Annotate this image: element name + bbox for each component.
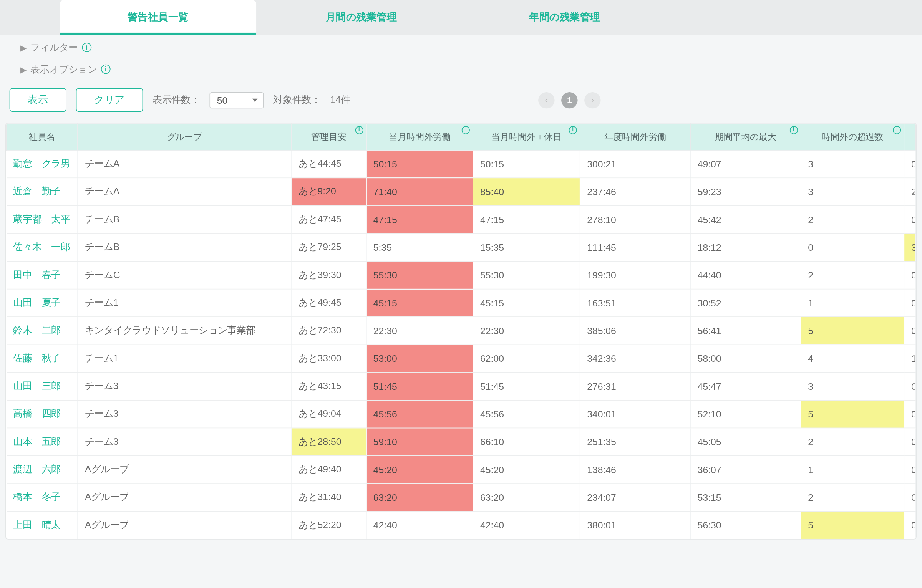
avg-cell: 59:23 [690, 178, 801, 205]
chevron-right-icon: ▶ [20, 43, 27, 53]
ext-cell: 3 [904, 234, 916, 261]
employee-overtime-table: 社員名グループ管理目安当月時間外労働当月時間外＋休日年度時間外労働期間平均の最大… [5, 123, 917, 539]
show-button[interactable]: 表示 [10, 88, 66, 112]
employee-name-cell: 山田 夏子 [7, 289, 78, 317]
ov-cell: 45:15 [366, 289, 473, 317]
employee-link[interactable]: 高橋 四郎 [13, 408, 61, 419]
employee-name-cell: 渡辺 六郎 [7, 456, 78, 484]
pager-next[interactable]: › [584, 92, 600, 108]
column-header-label: 当月時間外＋休日 [491, 131, 562, 141]
info-icon[interactable] [462, 126, 470, 134]
employee-name-cell: 佐々木 一郎 [7, 234, 78, 261]
employee-link[interactable]: 上田 晴太 [13, 519, 61, 530]
cnt-cell: 3 [801, 373, 904, 400]
employee-link[interactable]: 渡辺 六郎 [13, 464, 61, 474]
pager: ‹ 1 › [538, 92, 912, 108]
column-header-ext[interactable] [904, 124, 916, 150]
ov-cell: 53:00 [366, 345, 473, 372]
mgmt-cell: あと72:30 [292, 317, 366, 345]
group-cell: Aグループ [78, 511, 291, 538]
display-options-label: 表示オプション [30, 64, 97, 76]
info-icon[interactable] [355, 126, 363, 134]
column-header-yr[interactable]: 年度時間外労働 [580, 124, 690, 150]
per-page-value: 50 [217, 94, 227, 105]
yr-cell: 300:21 [580, 150, 690, 178]
employee-link[interactable]: 佐々木 一郎 [13, 241, 70, 252]
pager-current[interactable]: 1 [561, 92, 577, 108]
ovh-cell: 66:10 [473, 428, 580, 455]
filter-accordion[interactable]: ▶ フィルター [0, 35, 922, 57]
info-icon[interactable] [82, 43, 92, 52]
tab-warning-employees[interactable]: 警告社員一覧 [60, 0, 256, 35]
column-header-ovh[interactable]: 当月時間外＋休日 [473, 124, 580, 150]
column-header-group[interactable]: グループ [78, 124, 291, 150]
mgmt-cell: あと9:20 [292, 178, 366, 205]
employee-link[interactable]: 佐藤 秋子 [13, 353, 61, 363]
employee-link[interactable]: 鈴木 二郎 [13, 325, 61, 335]
column-header-ov[interactable]: 当月時間外労働 [366, 124, 473, 150]
ov-cell: 45:56 [366, 400, 473, 428]
yr-cell: 111:45 [580, 234, 690, 261]
employee-link[interactable]: 山田 三郎 [13, 380, 61, 391]
column-header-mgmt[interactable]: 管理目安 [292, 124, 366, 150]
mgmt-cell: あと44:45 [292, 150, 366, 178]
cnt-cell: 1 [801, 456, 904, 484]
tab-monthly-overtime[interactable]: 月間の残業管理 [263, 0, 460, 35]
table-row: 上田 晴太Aグループあと52:2042:4042:40380:0156:3050 [7, 511, 915, 538]
employee-link[interactable]: 蔵宇都 太平 [13, 214, 70, 224]
column-header-label: 管理目安 [311, 131, 347, 141]
ext-cell: 0 [904, 206, 916, 234]
cnt-cell: 3 [801, 178, 904, 205]
clear-button[interactable]: クリア [76, 88, 143, 112]
chevron-down-icon [252, 98, 257, 102]
per-page-select[interactable]: 50 [209, 92, 264, 108]
column-header-name[interactable]: 社員名 [7, 124, 78, 150]
ext-cell: 0 [904, 428, 916, 455]
mgmt-cell: あと47:45 [292, 206, 366, 234]
table-row: 田中 春子チームCあと39:3055:3055:30199:3044:4020 [7, 261, 915, 289]
yr-cell: 278:10 [580, 206, 690, 234]
cnt-cell: 2 [801, 428, 904, 455]
employee-name-cell: 山田 三郎 [7, 373, 78, 400]
info-icon[interactable] [789, 126, 798, 134]
ovh-cell: 47:15 [473, 206, 580, 234]
avg-cell: 56:30 [690, 511, 801, 538]
info-icon[interactable] [101, 65, 111, 74]
table-row: 蔵宇都 太平チームBあと47:4547:1547:15278:1045:4220 [7, 206, 915, 234]
employee-link[interactable]: 田中 春子 [13, 269, 61, 280]
employee-link[interactable]: 橋本 冬子 [13, 491, 61, 502]
ext-cell: 0 [904, 289, 916, 317]
info-icon[interactable] [893, 126, 901, 134]
column-header-avg[interactable]: 期間平均の最大 [690, 124, 801, 150]
employee-link[interactable]: 近倉 勤子 [13, 186, 61, 197]
ov-cell: 55:30 [366, 261, 473, 289]
cnt-cell: 2 [801, 484, 904, 511]
cnt-cell: 2 [801, 206, 904, 234]
employee-name-cell: 田中 春子 [7, 261, 78, 289]
pager-prev[interactable]: ‹ [538, 92, 554, 108]
employee-link[interactable]: 山本 五郎 [13, 436, 61, 447]
column-header-label: 時間外の超過数 [822, 131, 884, 141]
table-row: 山本 五郎チーム3あと28:5059:1066:10251:3545:0520 [7, 428, 915, 455]
employee-name-cell: 高橋 四郎 [7, 400, 78, 428]
info-icon[interactable] [569, 126, 577, 134]
column-header-cnt[interactable]: 時間外の超過数 [801, 124, 904, 150]
yr-cell: 385:06 [580, 317, 690, 345]
employee-link[interactable]: 山田 夏子 [13, 297, 61, 308]
ovh-cell: 42:40 [473, 511, 580, 538]
yr-cell: 342:36 [580, 345, 690, 372]
ext-cell: 0 [904, 400, 916, 428]
group-cell: チームC [78, 261, 291, 289]
tab-yearly-overtime[interactable]: 年間の残業管理 [466, 0, 663, 35]
group-cell: チーム1 [78, 345, 291, 372]
cnt-cell: 5 [801, 511, 904, 538]
display-options-accordion[interactable]: ▶ 表示オプション [0, 57, 922, 78]
ovh-cell: 45:20 [473, 456, 580, 484]
tabbar: 警告社員一覧 月間の残業管理 年間の残業管理 [0, 0, 922, 35]
cnt-cell: 2 [801, 261, 904, 289]
ov-cell: 22:30 [366, 317, 473, 345]
column-header-label: 当月時間外労働 [389, 131, 451, 141]
table-row: 佐藤 秋子チーム1あと33:0053:0062:00342:3658:0041 [7, 345, 915, 372]
table-row: 近倉 勤子チームAあと9:2071:4085:40237:4659:2332 [7, 178, 915, 205]
employee-link[interactable]: 勤怠 クラ男 [13, 158, 70, 169]
